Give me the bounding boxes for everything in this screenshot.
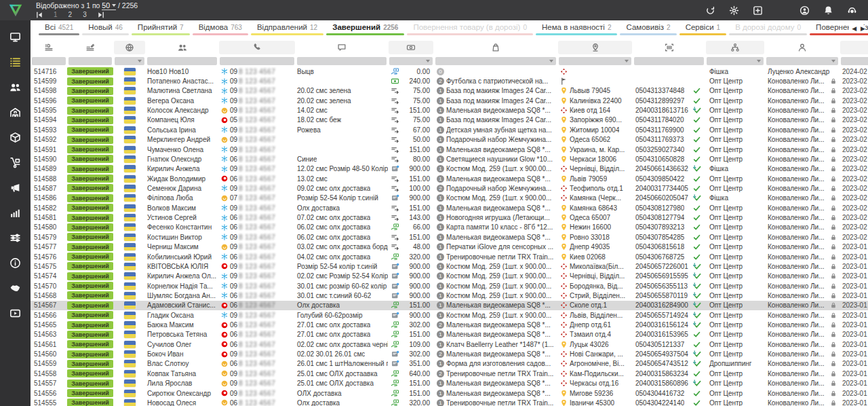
sidebar-item-info[interactable] xyxy=(0,251,31,276)
column-header-comment[interactable] xyxy=(296,41,387,54)
filter-input-status[interactable] xyxy=(68,57,112,65)
table-row[interactable]: 514557 Завершений Лила Ярослав 098 123 4… xyxy=(31,379,868,388)
sidebar-item-warehouse[interactable] xyxy=(0,100,31,125)
column-header-status[interactable] xyxy=(68,41,113,54)
app-logo[interactable] xyxy=(0,0,31,20)
tab-declined[interactable]: Відмова763 xyxy=(193,23,248,35)
table-row[interactable]: 514567 Завершений Адамовский Станис... 0… xyxy=(31,301,868,310)
filter-input-date[interactable] xyxy=(841,57,868,65)
table-row[interactable]: 514577 Завершений Черниш Максим 098 123 … xyxy=(31,242,868,251)
pagination-last-button[interactable] xyxy=(98,9,104,21)
gear-icon[interactable] xyxy=(729,5,739,16)
table-row[interactable]: 514570 Завершений Корнелюк Надія Та... 0… xyxy=(31,281,868,291)
sidebar-item-orders[interactable] xyxy=(0,50,31,75)
table-row[interactable]: 514588 Завершений Жидак Володимир 068 12… xyxy=(31,174,868,183)
filter-input-order-id[interactable] xyxy=(32,57,66,65)
column-header-order-id[interactable] xyxy=(31,41,66,54)
sidebar-item-products[interactable] xyxy=(0,125,31,150)
filter-input-phone[interactable] xyxy=(220,57,294,65)
tab-services[interactable]: Сервіси1 xyxy=(679,23,727,35)
column-header-manager[interactable] xyxy=(766,41,839,54)
column-header-date[interactable] xyxy=(840,41,868,54)
sidebar-item-integrations[interactable] xyxy=(0,225,31,251)
table-row[interactable]: 514555 Завершений Новосад Олеся 068 123 … xyxy=(31,398,868,406)
table-row[interactable]: 514558 Завершений Ковпак Татьяна 098 123… xyxy=(31,369,868,378)
filter-input-delivery[interactable] xyxy=(559,57,631,65)
tracking-cell: 20450661436632 xyxy=(633,164,705,174)
pagination-page-2[interactable]: 2 xyxy=(68,11,73,18)
column-header-delivery[interactable] xyxy=(558,41,632,54)
column-header-country[interactable] xyxy=(114,41,145,54)
filter-input-source[interactable] xyxy=(707,57,764,65)
table-row[interactable]: 514566 Завершений Гладик Оксана 098 123 … xyxy=(31,310,868,320)
tab-sent[interactable]: Відправлений12 xyxy=(251,23,323,35)
table-row[interactable]: 514591 Завершений Чумаченко Олена 098 12… xyxy=(31,145,868,154)
table-row[interactable]: 514593 Завершений Сольська Ірина 098 123… xyxy=(31,125,868,134)
tab-pickup[interactable]: Самовивіз2 xyxy=(620,23,676,35)
bell-icon[interactable] xyxy=(823,5,833,16)
table-row[interactable]: 514594 Завершений Компанец Юля 058 123 4… xyxy=(31,115,868,125)
table-row[interactable]: 514587 Завершений Семенюк Дарина 098 123… xyxy=(31,183,868,193)
sidebar-item-dashboard[interactable] xyxy=(0,24,31,50)
tab-out-of-stock[interactable]: Нема в наявності2 xyxy=(536,23,617,35)
add-window-icon[interactable] xyxy=(753,5,763,16)
tabs-scroll-left-icon[interactable]: ◀ xyxy=(852,25,856,32)
table-row[interactable]: 514565 Завершений Баюка Максим 068 123 4… xyxy=(31,320,868,329)
filter-input-ttn[interactable] xyxy=(634,57,704,65)
filter-input-products[interactable] xyxy=(435,57,556,65)
account-icon[interactable] xyxy=(800,5,810,16)
column-header-phone[interactable] xyxy=(219,41,295,54)
sidebar-item-partners[interactable] xyxy=(0,276,31,301)
table-row[interactable]: 514598 Завершений Малютина Светлана 098 … xyxy=(31,86,868,96)
table-row[interactable]: 514568 Завершений Шумляс Богдана Ан... 0… xyxy=(31,291,868,300)
table-row[interactable]: 514592 Завершений Мерклингер Андрей 098 … xyxy=(31,135,868,145)
tab-completed[interactable]: Завершений2256 xyxy=(326,23,404,35)
lifecell-icon xyxy=(221,399,228,406)
pagination-first-button[interactable] xyxy=(36,9,43,21)
column-header-ttn[interactable] xyxy=(633,41,705,54)
table-row[interactable]: 514582 Завершений Волков Максим 098 123 … xyxy=(31,203,868,213)
table-row[interactable]: 514575 Завершений КВІТОВСЬКА ЮЛІЯ 098 12… xyxy=(31,261,868,271)
sidebar-item-statistics[interactable] xyxy=(0,200,31,225)
table-row[interactable]: 514580 Завершений Фесенко Константин 068… xyxy=(31,223,868,232)
table-row[interactable]: 514560 Завершений Бокоч Иван 098 123 456… xyxy=(31,349,868,358)
column-header-payment[interactable] xyxy=(389,41,433,54)
column-header-products[interactable] xyxy=(435,41,557,54)
table-row[interactable]: 514559 Завершений Влас Слотюу 068 123 45… xyxy=(31,359,868,369)
filter-input-comment[interactable] xyxy=(297,57,387,65)
table-row[interactable]: 514561 Завершений Сучилов Олег 068 123 4… xyxy=(31,339,868,349)
tab-new[interactable]: Новый46 xyxy=(82,23,129,35)
tab-accepted[interactable]: Прийнятий7 xyxy=(132,23,190,35)
table-row[interactable]: 514595 Завершений Колосок Александр 098 … xyxy=(31,105,868,115)
table-row[interactable]: 514589 Завершений Кирилич Анжела 098 123… xyxy=(31,164,868,174)
support-icon[interactable] xyxy=(847,5,857,16)
table-row[interactable]: 514579 Завершений Костишин Виктор 098 12… xyxy=(31,232,868,242)
filter-input-customer[interactable] xyxy=(147,57,217,65)
table-row[interactable]: 514599 Завершений Потапенко Анастас... 0… xyxy=(31,76,868,86)
tab-on-way-home[interactable]: В дорозі додому0 xyxy=(729,23,807,35)
filter-input-payment[interactable] xyxy=(389,57,433,65)
tabs-scroll-right-icon[interactable]: ▶ xyxy=(861,25,865,32)
table-row[interactable]: 514596 Завершений Вегера Оксана 098 123 … xyxy=(31,96,868,105)
table-row[interactable]: 514574 Завершений Кирилич Анжела Ол... 0… xyxy=(31,272,868,281)
table-row[interactable]: 514576 Завершений Кобилинський Юрий 068 … xyxy=(31,252,868,261)
sidebar-item-clients[interactable] xyxy=(0,75,31,100)
filter-input-country[interactable] xyxy=(115,57,144,65)
column-header-customer[interactable] xyxy=(146,41,218,54)
column-header-source[interactable] xyxy=(706,41,764,54)
table-row[interactable]: 514556 Завершений Сиротюк Олександр 098 … xyxy=(31,388,868,398)
table-row[interactable]: 514563 Завершений Петровська Тетяна 068 … xyxy=(31,330,868,339)
tab-all[interactable]: Всі4521 xyxy=(39,23,79,35)
table-row[interactable]: 514581 Завершений Устинов Сергей 068 123… xyxy=(31,213,868,222)
tab-return-transit[interactable]: Повернення товару (в дорозі)0 xyxy=(407,23,533,35)
table-row[interactable]: 514586 Завершений Філіпова Люба 078 123 … xyxy=(31,193,868,203)
sidebar-item-shipping[interactable] xyxy=(0,150,31,175)
filter-input-manager[interactable] xyxy=(766,57,838,65)
sidebar-item-tutorials[interactable] xyxy=(0,301,31,326)
pagination-page-3[interactable]: 3 xyxy=(83,11,87,18)
table-row[interactable]: 514716 Завершений Нов10 Нов10 098 123 45… xyxy=(31,67,868,76)
table-row[interactable]: 514590 Завершений Гнатюк Олексндр 068 12… xyxy=(31,154,868,164)
refresh-icon[interactable] xyxy=(705,5,715,16)
sidebar-item-marketing[interactable] xyxy=(0,175,31,200)
pagination-page-1[interactable]: 1 xyxy=(54,11,58,18)
